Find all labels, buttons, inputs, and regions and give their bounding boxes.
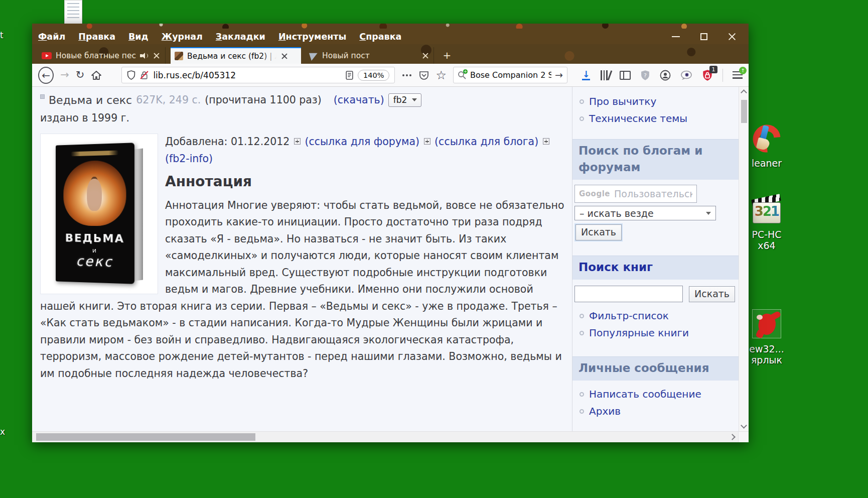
- adblock-shield-icon[interactable]: 1: [702, 69, 713, 81]
- url-text[interactable]: lib.rus.ec/b/405312: [153, 70, 236, 80]
- extension-eye-bubble-icon[interactable]: [680, 70, 692, 80]
- browser-window: Файл Правка Вид Журнал Закладки Инструме…: [32, 24, 749, 442]
- tab-librusec[interactable]: Ведьма и секс (fb2) | Либрусе: [171, 47, 301, 64]
- download-link[interactable]: (скачать): [334, 92, 384, 109]
- sidebar-link-filter-list[interactable]: Фильтр-список: [580, 307, 739, 324]
- google-custom-search-input[interactable]: Google Пользовательского: [574, 185, 697, 203]
- tab-audio-icon[interactable]: [140, 52, 149, 59]
- menu-tools[interactable]: Инструменты: [278, 32, 346, 42]
- desktop-icon-mpc[interactable]: 321 PC-HC x64: [747, 196, 787, 251]
- downloads-icon[interactable]: ↓: [581, 70, 591, 80]
- book-cover[interactable]: ВЕДЬМА и секс: [40, 134, 158, 294]
- book-title: Ведьма и секс: [49, 92, 132, 109]
- sidebar-link-proofreading[interactable]: Про вычитку: [580, 93, 739, 110]
- reload-button[interactable]: ↻: [76, 70, 85, 80]
- home-button[interactable]: [91, 70, 102, 80]
- added-date: Добавлена: 01.12.2012: [165, 136, 290, 148]
- horizontal-scroll-thumb[interactable]: [36, 433, 255, 441]
- menu-file[interactable]: Файл: [38, 32, 65, 42]
- reader-mode-icon[interactable]: [346, 71, 353, 80]
- add-engine-badge: +: [463, 69, 468, 74]
- minimize-button[interactable]: [668, 32, 683, 42]
- back-button[interactable]: ←: [38, 67, 54, 84]
- page-content: Ведьма и секс 627K, 249 с. (прочитана 11…: [32, 87, 749, 431]
- menu-view[interactable]: Вид: [128, 32, 149, 42]
- search-go-icon[interactable]: →: [555, 70, 563, 80]
- theme-strip: [32, 24, 749, 29]
- youtube-favicon: [42, 52, 52, 59]
- account-icon[interactable]: [660, 70, 671, 81]
- new-tab-button[interactable]: +: [441, 50, 454, 61]
- horizontal-scrollbar[interactable]: [32, 431, 749, 442]
- sidebar-link-archive[interactable]: Архив: [580, 403, 739, 420]
- mpc-label-line2: x64: [747, 240, 787, 251]
- book-search-input[interactable]: [574, 286, 683, 302]
- expand-plus-icon-2[interactable]: [424, 138, 430, 145]
- menu-help[interactable]: Справка: [359, 32, 401, 42]
- book-read-count: (прочитана 1100 раз): [205, 92, 322, 109]
- search-engine-icon[interactable]: +: [458, 71, 467, 80]
- format-select[interactable]: fb2: [388, 93, 422, 107]
- shortcut-label-line1: ew32...: [747, 343, 787, 354]
- maximize-button[interactable]: [696, 32, 711, 42]
- forward-button[interactable]: →: [60, 70, 69, 80]
- url-bar[interactable]: lib.rus.ec/b/405312 140%: [121, 67, 395, 83]
- fb2-info-link[interactable]: (fb2-info): [165, 153, 213, 165]
- insecure-lock-icon[interactable]: [140, 70, 149, 80]
- blog-link[interactable]: (ссылка для блога): [435, 136, 538, 148]
- scroll-right-icon[interactable]: [729, 434, 736, 440]
- scroll-down-icon[interactable]: [741, 422, 747, 429]
- tab-bar: Новые блатные песни !!!! Ведьма и секс (…: [32, 44, 749, 64]
- tab-new-post[interactable]: Новый пост: [306, 47, 434, 64]
- expand-plus-icon-1[interactable]: [294, 138, 301, 145]
- vertical-scrollbar[interactable]: [739, 87, 749, 431]
- menu-bookmarks[interactable]: Закладки: [216, 32, 265, 42]
- blog-search-button[interactable]: Искать: [575, 224, 622, 240]
- menu-hamburger-icon[interactable]: ↑: [733, 71, 743, 79]
- pocket-icon[interactable]: [419, 70, 429, 80]
- close-window-button[interactable]: [725, 32, 740, 42]
- menu-bar: Файл Правка Вид Журнал Закладки Инструме…: [32, 29, 749, 44]
- book-cover-image: ВЕДЬМА и секс: [52, 142, 147, 286]
- sidebar-link-write-message[interactable]: Написать сообщение: [580, 386, 739, 403]
- page-actions-icon[interactable]: [401, 74, 412, 76]
- sidebar-link-label: Технические темы: [589, 112, 687, 125]
- menu-edit[interactable]: Правка: [78, 32, 115, 42]
- cover-title-line3: секс: [56, 253, 134, 270]
- desktop-icon-ccleaner[interactable]: leaner: [747, 125, 787, 169]
- tab-youtube[interactable]: Новые блатные песни !!!!: [38, 47, 166, 64]
- search-scope-select[interactable]: – искать везде: [574, 206, 716, 220]
- scroll-up-icon[interactable]: [741, 89, 747, 96]
- zoom-level-indicator[interactable]: 140%: [358, 70, 389, 81]
- book-page: Ведьма и секс 627K, 249 с. (прочитана 11…: [32, 87, 572, 431]
- tab-new-post-close-icon[interactable]: [421, 52, 429, 60]
- sidebar-link-popular-books[interactable]: Популярные книги: [580, 324, 739, 341]
- vertical-scroll-thumb[interactable]: [741, 100, 747, 123]
- search-input-value[interactable]: Bose Companion 2 Sei: [470, 70, 551, 80]
- ccleaner-label: leaner: [747, 158, 787, 169]
- tracking-shield-icon[interactable]: [127, 70, 135, 80]
- google-search-placeholder: Пользовательского: [614, 188, 692, 199]
- messages-heading: Личные сообщения: [572, 356, 739, 381]
- bullet-icon: [580, 314, 584, 318]
- search-scope-value: – искать везде: [580, 208, 654, 219]
- search-bar[interactable]: + Bose Companion 2 Sei →: [453, 67, 567, 83]
- desktop-icon-shortcut[interactable]: ew32... ярлык: [747, 309, 787, 365]
- expand-plus-icon-3[interactable]: [543, 138, 549, 145]
- forum-link[interactable]: (ссылка для форума): [305, 136, 419, 148]
- sidebars-icon[interactable]: [620, 71, 631, 80]
- tab-librusec-close-icon[interactable]: [280, 52, 288, 60]
- sidebar-link-technical[interactable]: Технические темы: [580, 110, 739, 127]
- bookmark-star-icon[interactable]: ☆: [436, 69, 447, 81]
- cover-author-decor: [70, 151, 118, 157]
- update-available-badge: ↑: [739, 67, 747, 74]
- mpc-label-line1: PC-HC: [747, 229, 787, 240]
- library-icon[interactable]: [601, 70, 610, 80]
- desktop-document-icon[interactable]: [64, 0, 82, 25]
- book-search-button[interactable]: Искать: [689, 286, 735, 302]
- navigation-toolbar: ← → ↻ lib.rus.ec/b/405312 140% ☆: [32, 64, 749, 87]
- bullet-icon: [580, 99, 584, 104]
- menu-history[interactable]: Журнал: [162, 32, 203, 42]
- tab-youtube-close-icon[interactable]: [153, 52, 161, 60]
- protection-question-icon[interactable]: ?: [640, 70, 650, 81]
